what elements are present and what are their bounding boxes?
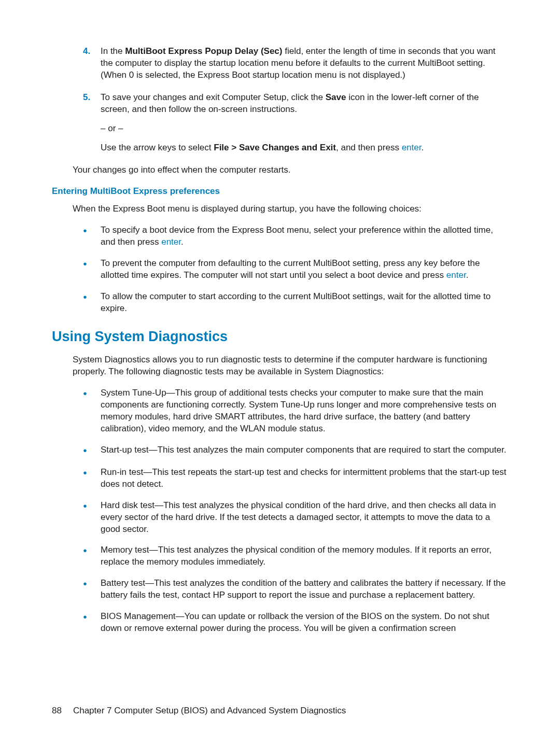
page-footer: 88Chapter 7 Computer Setup (BIOS) and Ad… (52, 705, 346, 717)
bullet-icon: ● (83, 500, 101, 536)
list-body: Memory test—This test analyzes the physi… (101, 544, 508, 568)
heading-using-system-diagnostics: Using System Diagnostics (52, 327, 508, 346)
bullet-icon: ● (83, 258, 101, 282)
bullet-icon: ● (83, 444, 101, 457)
bullet-icon: ● (83, 611, 101, 635)
list-item: ● BIOS Management—You can update or roll… (83, 611, 508, 635)
step-body: To save your changes and exit Computer S… (101, 92, 508, 154)
restart-note: Your changes go into effect when the com… (73, 164, 508, 176)
step-5: 5. To save your changes and exit Compute… (83, 92, 508, 154)
text: . (181, 237, 184, 247)
list-item: ● Start-up test—This test analyzes the m… (83, 444, 508, 457)
bold-icon-name: Save (326, 92, 346, 102)
step-body: In the MultiBoot Express Popup Delay (Se… (101, 46, 508, 81)
text: , and then press (336, 143, 402, 152)
step-number: 5. (83, 92, 101, 154)
bullet-icon: ● (83, 387, 101, 435)
list-item: ● To specify a boot device from the Expr… (83, 224, 508, 248)
list-item: ● Run-in test—This test repeats the star… (83, 467, 508, 490)
list-item: ● Hard disk test—This test analyzes the … (83, 500, 508, 536)
bullet-icon: ● (83, 291, 101, 315)
list-body: BIOS Management—You can update or rollba… (101, 611, 508, 635)
text: . (421, 143, 424, 152)
list-body: Start-up test—This test analyzes the mai… (101, 444, 508, 457)
text: To prevent the computer from defaulting … (101, 258, 480, 280)
list-item: ● Battery test—This test analyzes the co… (83, 578, 508, 601)
list-body: Run-in test—This test repeats the start-… (101, 467, 508, 490)
step-text: To save your changes and exit Computer S… (101, 92, 508, 116)
text: . (466, 270, 469, 280)
express-intro: When the Express Boot menu is displayed … (73, 203, 508, 215)
text: To specify a boot device from the Expres… (101, 225, 493, 247)
list-item: ● System Tune-Up—This group of additiona… (83, 387, 508, 435)
bullet-icon: ● (83, 578, 101, 601)
step-number: 4. (83, 46, 101, 81)
bullet-icon: ● (83, 467, 101, 490)
alt-instruction: Use the arrow keys to select File > Save… (101, 142, 508, 154)
enter-key: enter (402, 143, 422, 152)
bullet-icon: ● (83, 224, 101, 248)
list-item: ● Memory test—This test analyzes the phy… (83, 544, 508, 568)
text: To save your changes and exit Computer S… (101, 92, 326, 102)
bullet-icon: ● (83, 544, 101, 568)
diag-intro: System Diagnostics allows you to run dia… (73, 354, 508, 378)
bold-field-name: MultiBoot Express Popup Delay (Sec) (125, 46, 282, 56)
or-separator: – or – (101, 123, 508, 135)
chapter-title: Chapter 7 Computer Setup (BIOS) and Adva… (73, 706, 346, 715)
bold-menu-path: File > Save Changes and Exit (214, 143, 336, 152)
list-item: ● To allow the computer to start accordi… (83, 291, 508, 315)
list-body: To prevent the computer from defaulting … (101, 258, 508, 282)
step-4: 4. In the MultiBoot Express Popup Delay … (83, 46, 508, 81)
list-item: ● To prevent the computer from defaultin… (83, 258, 508, 282)
list-body: To specify a boot device from the Expres… (101, 224, 508, 248)
page-number: 88 (52, 705, 62, 717)
text: To allow the computer to start according… (101, 291, 491, 313)
list-body: Hard disk test—This test analyzes the ph… (101, 500, 508, 536)
list-body: Battery test—This test analyzes the cond… (101, 578, 508, 601)
heading-entering-multiboot: Entering MultiBoot Express preferences (52, 186, 508, 198)
text: In the (101, 46, 125, 56)
text: Use the arrow keys to select (101, 143, 214, 152)
enter-key: enter (161, 237, 181, 247)
enter-key: enter (446, 270, 466, 280)
list-body: To allow the computer to start according… (101, 291, 508, 315)
list-body: System Tune-Up—This group of additional … (101, 387, 508, 435)
